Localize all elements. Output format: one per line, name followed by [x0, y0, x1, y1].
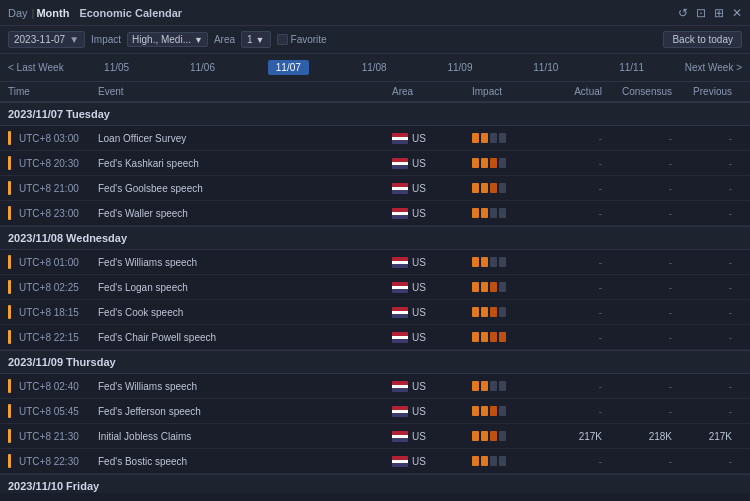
impact-cell: [472, 406, 552, 416]
column-headers: Time Event Area Impact Actual Consensus …: [0, 82, 750, 102]
next-week-button[interactable]: Next Week >: [685, 62, 742, 73]
table-row[interactable]: UTC+8 03:00Loan Officer SurveyUS---: [0, 126, 750, 151]
area-cell: US: [392, 406, 472, 417]
row-indicator: [8, 379, 11, 393]
back-today-button[interactable]: Back to today: [663, 31, 742, 48]
previous-cell: -: [682, 158, 742, 169]
us-flag: [392, 282, 408, 293]
impact-cell: [472, 208, 552, 218]
actual-cell: -: [552, 307, 612, 318]
impact-bar-3: [499, 183, 506, 193]
actual-cell: -: [552, 158, 612, 169]
impact-bar-2: [490, 456, 497, 466]
month-tab[interactable]: Month: [36, 7, 69, 19]
time-value: UTC+8 21:00: [19, 183, 79, 194]
area-cell: US: [392, 332, 472, 343]
consensus-cell: -: [612, 332, 682, 343]
impact-bar-1: [481, 406, 488, 416]
date-filter[interactable]: 2023-11-07 ▼: [8, 31, 85, 48]
layout-icon[interactable]: ⊡: [696, 6, 706, 20]
table-row[interactable]: UTC+8 05:45Fed's Jefferson speechUS---: [0, 399, 750, 424]
favorite-checkbox[interactable]: [277, 34, 288, 45]
impact-cell: [472, 257, 552, 267]
consensus-cell: -: [612, 456, 682, 467]
nav-date-11-09[interactable]: 11/09: [439, 60, 480, 75]
row-indicator: [8, 206, 11, 220]
top-bar-icons: ↺ ⊡ ⊞ ✕: [678, 6, 742, 20]
table-row[interactable]: UTC+8 22:15Fed's Chair Powell speechUS--…: [0, 325, 750, 350]
us-flag: [392, 381, 408, 392]
date-group-header: 2023/11/08 Wednesday: [0, 226, 750, 250]
calendar-icon[interactable]: ▼: [69, 34, 79, 45]
nav-date-11-05[interactable]: 11/05: [96, 60, 137, 75]
area-cell: US: [392, 431, 472, 442]
impact-bar-0: [472, 456, 479, 466]
table-row[interactable]: UTC+8 01:00Fed's Williams speechUS---: [0, 250, 750, 275]
impact-cell: [472, 282, 552, 292]
table-row[interactable]: UTC+8 02:25Fed's Logan speechUS---: [0, 275, 750, 300]
impact-cell: [472, 158, 552, 168]
time-cell: UTC+8 05:45: [8, 404, 98, 418]
previous-cell: -: [682, 257, 742, 268]
actual-cell: -: [552, 282, 612, 293]
previous-cell: -: [682, 456, 742, 467]
nav-date-11-10[interactable]: 11/10: [525, 60, 566, 75]
time-value: UTC+8 02:40: [19, 381, 79, 392]
impact-bar-3: [499, 431, 506, 441]
area-cell: US: [392, 282, 472, 293]
previous-cell: -: [682, 282, 742, 293]
area-label: US: [412, 158, 426, 169]
area-label: Area: [214, 34, 235, 45]
event-cell: Fed's Logan speech: [98, 282, 392, 293]
actual-cell: -: [552, 456, 612, 467]
impact-filter[interactable]: High., Medi... ▼: [127, 32, 208, 47]
us-flag: [392, 257, 408, 268]
row-indicator: [8, 454, 11, 468]
table-row[interactable]: UTC+8 20:30Fed's Kashkari speechUS---: [0, 151, 750, 176]
area-label: US: [412, 307, 426, 318]
row-indicator: [8, 280, 11, 294]
table-row[interactable]: UTC+8 21:30Initial Jobless ClaimsUS217K2…: [0, 424, 750, 449]
us-flag: [392, 133, 408, 144]
consensus-cell: -: [612, 307, 682, 318]
nav-date-11-11[interactable]: 11/11: [611, 60, 652, 75]
table-row[interactable]: UTC+8 02:40Fed's Williams speechUS---: [0, 374, 750, 399]
event-cell: Loan Officer Survey: [98, 133, 392, 144]
nav-date-11-08[interactable]: 11/08: [354, 60, 395, 75]
area-filter[interactable]: 1 ▼: [241, 31, 270, 48]
table-row[interactable]: UTC+8 23:00Fed's Waller speechUS---: [0, 201, 750, 226]
impact-bar-1: [481, 158, 488, 168]
time-cell: UTC+8 02:40: [8, 379, 98, 393]
previous-cell: -: [682, 406, 742, 417]
impact-cell: [472, 133, 552, 143]
impact-cell: [472, 381, 552, 391]
table-row[interactable]: UTC+8 18:15Fed's Cook speechUS---: [0, 300, 750, 325]
close-icon[interactable]: ✕: [732, 6, 742, 20]
prev-week-button[interactable]: < Last Week: [8, 62, 64, 73]
consensus-cell: -: [612, 406, 682, 417]
impact-bar-2: [490, 332, 497, 342]
date-nav: 11/0511/0611/0711/0811/0911/1011/11: [74, 60, 675, 75]
time-cell: UTC+8 21:30: [8, 429, 98, 443]
table-row[interactable]: UTC+8 21:00Fed's Goolsbee speechUS---: [0, 176, 750, 201]
favorite-filter[interactable]: Favorite: [277, 34, 327, 45]
nav-date-11-06[interactable]: 11/06: [182, 60, 223, 75]
impact-bar-3: [499, 381, 506, 391]
day-tab[interactable]: Day: [8, 7, 28, 19]
area-label: US: [412, 456, 426, 467]
area-value: 1: [247, 34, 253, 45]
consensus-cell: -: [612, 208, 682, 219]
actual-cell: 217K: [552, 431, 612, 442]
impact-bar-3: [499, 332, 506, 342]
table-row[interactable]: UTC+8 22:30Fed's Bostic speechUS---: [0, 449, 750, 474]
nav-date-11-07[interactable]: 11/07: [268, 60, 309, 75]
expand-icon[interactable]: ⊞: [714, 6, 724, 20]
time-cell: UTC+8 01:00: [8, 255, 98, 269]
time-cell: UTC+8 20:30: [8, 156, 98, 170]
refresh-icon[interactable]: ↺: [678, 6, 688, 20]
area-label: US: [412, 257, 426, 268]
row-indicator: [8, 131, 11, 145]
row-indicator: [8, 330, 11, 344]
time-cell: UTC+8 18:15: [8, 305, 98, 319]
previous-cell: -: [682, 208, 742, 219]
